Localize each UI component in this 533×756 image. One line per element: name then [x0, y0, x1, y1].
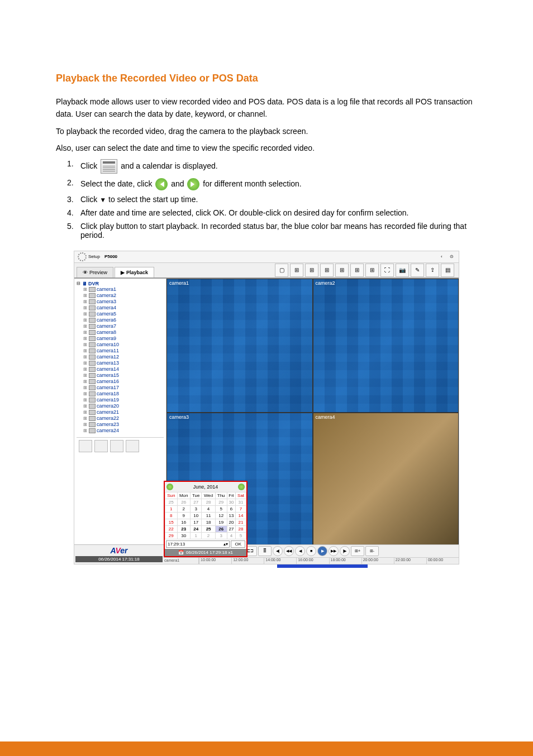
recorded-segment[interactable]: [277, 564, 368, 568]
expand-icon[interactable]: ⊞: [83, 305, 88, 310]
calendar-day[interactable]: 3: [215, 532, 227, 539]
calendar-day[interactable]: 28: [236, 525, 246, 532]
calendar-date-bar[interactable]: 📅 06/26/2014 17:29:18 x1: [165, 549, 246, 556]
stop-button[interactable]: ■: [306, 546, 316, 556]
calendar-day[interactable]: 25: [202, 525, 215, 532]
expand-icon[interactable]: ⊞: [83, 416, 88, 421]
playback-tab[interactable]: ▶ Playback: [115, 267, 154, 277]
calendar-day[interactable]: 2: [202, 532, 215, 539]
camera-tree-item[interactable]: ⊞camera23: [83, 422, 164, 428]
calendar-day[interactable]: 24: [190, 525, 202, 532]
expand-icon[interactable]: ⊞: [83, 299, 88, 304]
calendar-day[interactable]: 28: [202, 499, 215, 505]
calendar-day[interactable]: 5: [236, 532, 246, 539]
export-icon[interactable]: ⇪: [426, 264, 439, 277]
preview-tab[interactable]: 👁 Preview: [77, 267, 113, 277]
layout-64-icon[interactable]: ⊞: [365, 264, 379, 277]
layout-1-icon[interactable]: ▢: [275, 264, 288, 277]
calendar-day[interactable]: 3: [190, 505, 202, 512]
calendar-day[interactable]: 9: [177, 512, 190, 519]
expand-icon[interactable]: ⊞: [83, 361, 88, 366]
calendar-day[interactable]: 12: [215, 512, 227, 519]
reverse-button[interactable]: ◀: [295, 546, 305, 556]
camera-tree-item[interactable]: ⊞camera13: [83, 360, 164, 366]
expand-icon[interactable]: ⊞: [83, 391, 88, 396]
camera-tree-item[interactable]: ⊞camera8: [83, 329, 164, 336]
layout-4-icon[interactable]: ⊞: [290, 264, 303, 277]
expand-icon[interactable]: ⊞: [83, 398, 88, 403]
camera-tree-item[interactable]: ⊞camera21: [83, 409, 164, 415]
video-pane-1[interactable]: camera1: [166, 279, 313, 413]
camera-tree-item[interactable]: ⊞camera12: [83, 354, 164, 360]
camera-tree-item[interactable]: ⊞camera11: [83, 348, 164, 354]
expand-icon[interactable]: ⊞: [83, 428, 88, 433]
camera-tree-item[interactable]: ⊞camera18: [83, 391, 164, 397]
expand-icon[interactable]: ⊞: [83, 385, 88, 390]
expand-icon[interactable]: ⊞: [83, 367, 88, 372]
calendar-day[interactable]: 20: [227, 519, 235, 525]
camera-tree-item[interactable]: ⊞camera7: [83, 323, 164, 329]
calendar-day[interactable]: 16: [177, 519, 190, 525]
expand-icon[interactable]: ⊞: [83, 410, 88, 415]
fullscreen-icon[interactable]: ⛶: [380, 264, 394, 277]
calendar-day[interactable]: 27: [227, 525, 235, 532]
calendar-day[interactable]: 15: [165, 519, 178, 525]
camera-tree-item[interactable]: ⊞camera19: [83, 397, 164, 403]
step-fwd-button[interactable]: |▶: [340, 546, 350, 556]
camera-tree-item[interactable]: ⊞camera10: [83, 342, 164, 348]
expand-icon[interactable]: ⊞: [83, 324, 88, 329]
camera-tree-item[interactable]: ⊞camera4: [83, 305, 164, 311]
camera-tree-item[interactable]: ⊞camera20: [83, 403, 164, 409]
setup-button[interactable]: Setup: [78, 252, 100, 261]
calendar-day[interactable]: 14: [236, 512, 246, 519]
camera-tree-item[interactable]: ⊞camera14: [83, 366, 164, 372]
tool-2-icon[interactable]: [94, 440, 108, 452]
step-back-button[interactable]: ◀|: [273, 546, 283, 556]
calendar-day[interactable]: 1: [165, 505, 178, 512]
expand-icon[interactable]: ⊞: [83, 404, 88, 409]
expand-icon[interactable]: ⊞: [83, 293, 88, 298]
calendar-day[interactable]: 18: [202, 519, 215, 525]
expand-icon[interactable]: ⊞: [83, 330, 88, 335]
rewind-button[interactable]: ◀◀: [284, 546, 294, 556]
list-icon[interactable]: ▤: [441, 264, 454, 277]
video-pane-2[interactable]: camera2: [313, 279, 459, 413]
camera-tree-item[interactable]: ⊞camera24: [83, 428, 164, 434]
camera-tree-item[interactable]: ⊞camera22: [83, 415, 164, 422]
power-icon[interactable]: ⊙: [450, 254, 455, 260]
zoom-out-timeline-button[interactable]: ⊞-: [365, 546, 379, 556]
layout-9-icon[interactable]: ⊞: [305, 264, 318, 277]
calendar-day[interactable]: 11: [202, 512, 215, 519]
calendar-day[interactable]: 10: [190, 512, 202, 519]
calendar-day[interactable]: 5: [215, 505, 227, 512]
expand-icon[interactable]: ⊞: [83, 287, 88, 292]
calendar-day[interactable]: 7: [236, 505, 246, 512]
zoom-in-timeline-button[interactable]: ⊞+: [351, 546, 364, 556]
calendar-day[interactable]: 29: [215, 499, 227, 505]
calendar-day[interactable]: 4: [227, 532, 235, 539]
camera-tree-item[interactable]: ⊞camera6: [83, 317, 164, 323]
camera-tree-item[interactable]: ⊞camera17: [83, 385, 164, 391]
camera-tree-item[interactable]: ⊞camera16: [83, 379, 164, 385]
camera-tree-item[interactable]: ⊞camera15: [83, 372, 164, 379]
calendar-day[interactable]: 29: [165, 532, 178, 539]
camera-tree-item[interactable]: ⊞camera5: [83, 311, 164, 317]
next-month-button[interactable]: [238, 484, 245, 490]
layout-16-icon[interactable]: ⊞: [320, 264, 334, 277]
minimize-icon[interactable]: ‹: [441, 254, 446, 260]
snapshot-icon[interactable]: 📷: [396, 264, 409, 277]
tool-4-icon[interactable]: [126, 440, 139, 452]
collapse-icon[interactable]: ⊟: [77, 281, 81, 286]
expand-icon[interactable]: ⊞: [83, 336, 88, 341]
calendar-day[interactable]: 30: [227, 499, 235, 505]
sync-button[interactable]: ≣: [258, 546, 272, 556]
play-button[interactable]: ▶: [317, 546, 327, 556]
calendar-day[interactable]: 31: [236, 499, 246, 505]
calendar-day[interactable]: 6: [227, 505, 235, 512]
calendar-day[interactable]: 1: [190, 532, 202, 539]
calendar-day[interactable]: 22: [165, 525, 178, 532]
layout-36-icon[interactable]: ⊞: [350, 264, 364, 277]
expand-icon[interactable]: ⊞: [83, 318, 88, 323]
forward-button[interactable]: ▶▶: [329, 546, 339, 556]
calendar-day[interactable]: 23: [177, 525, 190, 532]
